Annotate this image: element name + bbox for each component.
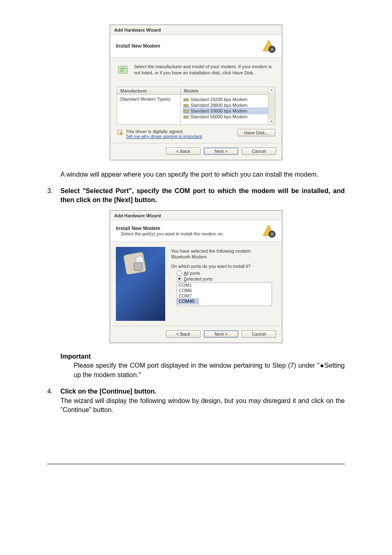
hardware-wizard-dialog-2: Add Hardware Wizard Install New Modem Se…: [110, 210, 282, 343]
radio-selected-label: elected ports: [187, 276, 212, 281]
svg-rect-3: [118, 66, 127, 74]
wizard-side-graphic: [116, 247, 165, 321]
modem-icon: [183, 108, 189, 113]
manufacturer-header: Manufacturer: [117, 87, 180, 95]
model-item[interactable]: Standard 56000 bps Modem: [183, 114, 267, 120]
back-button[interactable]: < Back: [166, 330, 201, 338]
instruction-text: Select the manufacturer and model of you…: [134, 64, 275, 76]
have-disk-button[interactable]: Have Disk...: [238, 129, 275, 136]
step-number: 4.: [47, 387, 60, 396]
modem-icon: [183, 103, 189, 108]
scroll-up-icon[interactable]: ▴: [269, 87, 274, 93]
driver-signing-link[interactable]: Tell me why driver signing is important: [126, 134, 202, 139]
step-3: 3. Select "Selected Port", specify the C…: [47, 187, 345, 205]
instruction-row: Select the manufacturer and model of you…: [117, 64, 275, 77]
dialog-subheader: Select the port(s) you want to install t…: [116, 231, 256, 236]
important-label: Important: [60, 353, 345, 360]
step-4: 4. Click on the [Continue] button. The w…: [47, 387, 345, 415]
svg-rect-8: [184, 104, 189, 107]
cancel-button[interactable]: Cancel: [242, 147, 276, 155]
svg-rect-6: [184, 99, 189, 101]
next-button[interactable]: Next >: [204, 330, 238, 338]
modem-header-icon: [261, 39, 276, 53]
paragraph-1: A window will appear where you can speci…: [60, 170, 345, 179]
model-item[interactable]: Standard 19200 bps Modem: [183, 97, 267, 102]
install-disk-icon: [117, 64, 130, 77]
model-label: Standard 28800 bps Modem: [191, 103, 248, 108]
dialog-header: Install New Modem: [110, 34, 282, 58]
model-item[interactable]: Standard 28800 bps Modem: [183, 102, 267, 108]
selected-modem-name: Bluetooth Modem: [171, 253, 275, 264]
hardware-wizard-dialog-1: Add Hardware Wizard Install New Modem: [110, 25, 282, 160]
port-item[interactable]: COM7: [177, 293, 272, 299]
dialog-title: Add Hardware Wizard: [110, 25, 282, 34]
radio-selected-ports[interactable]: Selected ports: [171, 276, 275, 281]
certificate-icon: [117, 129, 123, 136]
scrollbar[interactable]: ▴ ▾: [268, 87, 275, 124]
svg-rect-4: [120, 68, 126, 69]
model-label: Standard 56000 bps Modem: [191, 114, 248, 119]
model-selection-table: Manufacturer (Standard Modem Types) Mode…: [117, 87, 275, 125]
radio-checked-icon: [177, 276, 182, 281]
svg-point-13: [184, 117, 185, 117]
modem-header-icon: [261, 223, 276, 238]
dialog-title: Add Hardware Wizard: [110, 211, 282, 220]
radio-all-ports[interactable]: All ports: [171, 270, 275, 276]
svg-rect-10: [184, 110, 189, 113]
radio-all-label: ll ports: [187, 271, 200, 276]
svg-rect-21: [134, 263, 142, 271]
back-button[interactable]: < Back: [166, 147, 201, 155]
port-item[interactable]: COM6: [177, 288, 272, 293]
dialog-header-title: Install New Modem: [116, 226, 160, 231]
manufacturer-item[interactable]: (Standard Modem Types): [120, 97, 178, 101]
svg-rect-12: [184, 116, 189, 118]
scroll-down-icon[interactable]: ▾: [269, 119, 274, 124]
step-4-title: Click on the [Continue] button.: [60, 388, 157, 395]
dialog-footer: < Back Next > Cancel: [110, 143, 282, 160]
next-button[interactable]: Next >: [204, 147, 238, 155]
ports-question: On which ports do you want to install it…: [171, 264, 275, 269]
model-label: Standard 33600 bps Modem: [191, 108, 248, 113]
driver-signed-text: This driver is digitally signed.: [126, 129, 233, 134]
selected-modem-label: You have selected the following modem:: [171, 249, 275, 253]
model-item-selected[interactable]: Standard 33600 bps Modem: [183, 108, 267, 114]
svg-point-9: [184, 105, 185, 106]
models-header: Models ▲: [181, 87, 275, 95]
svg-rect-5: [120, 70, 123, 72]
dialog-footer: < Back Next > Cancel: [110, 326, 282, 343]
modem-icon: [183, 97, 189, 102]
cancel-button[interactable]: Cancel: [242, 330, 276, 338]
svg-rect-18: [270, 233, 274, 236]
svg-point-15: [120, 132, 122, 135]
port-item[interactable]: COM1: [177, 283, 272, 288]
step-4-text: The wizard will display the following wi…: [60, 397, 345, 413]
port-listbox[interactable]: COM1 COM6 COM7 COM40: [177, 282, 272, 306]
dialog-header: Install New Modem Select the port(s) you…: [110, 220, 282, 242]
svg-point-7: [184, 99, 185, 100]
models-header-label: Models: [184, 88, 198, 93]
svg-point-11: [184, 111, 185, 112]
driver-signing-row: This driver is digitally signed. Tell me…: [117, 129, 275, 139]
step-number: 3.: [47, 187, 60, 196]
port-item-selected[interactable]: COM40: [177, 299, 198, 304]
step-3-text: Select "Selected Port", specify the COM …: [60, 187, 345, 205]
svg-rect-2: [270, 48, 274, 51]
radio-icon: [177, 270, 182, 276]
page-footer-rule: [47, 464, 345, 464]
important-text: Please specify the COM port displayed in…: [60, 361, 345, 380]
modem-icon: [183, 114, 189, 119]
dialog-header-title: Install New Modem: [116, 43, 256, 49]
model-label: Standard 19200 bps Modem: [191, 97, 248, 102]
